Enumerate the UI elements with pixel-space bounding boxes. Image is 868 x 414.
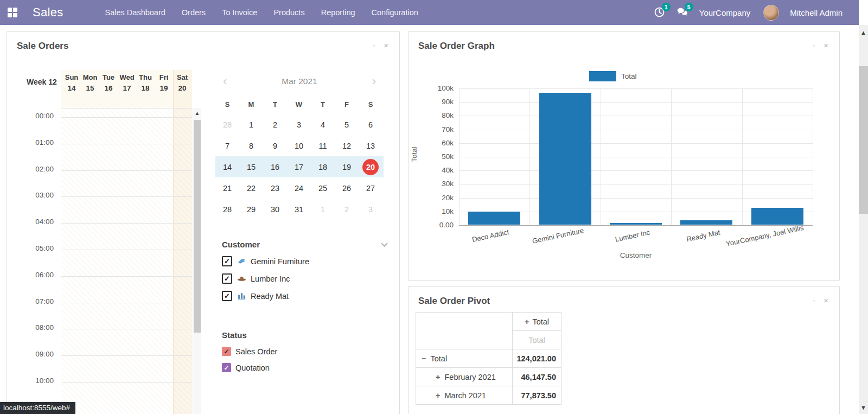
- minimize-icon[interactable]: -: [813, 297, 815, 304]
- nav-menu-item[interactable]: Orders: [174, 0, 214, 25]
- calendar-day-cell[interactable]: 6: [359, 120, 382, 129]
- pivot-row-header[interactable]: +February 2021: [416, 368, 513, 386]
- week-day-header[interactable]: Tue16: [99, 73, 118, 92]
- close-icon[interactable]: ×: [824, 297, 828, 304]
- apps-grid-icon[interactable]: [8, 8, 17, 17]
- calendar-day-cell[interactable]: 17: [287, 163, 311, 171]
- week-day-header[interactable]: Wed17: [118, 73, 136, 92]
- calendar-day-cell[interactable]: 9: [263, 142, 287, 150]
- customer-filter-item[interactable]: Ready Mat: [222, 291, 390, 301]
- calendar-day-cell[interactable]: 28: [215, 205, 239, 214]
- calendar-day-cell[interactable]: 22: [239, 184, 263, 193]
- week-time-grid[interactable]: [61, 108, 192, 414]
- calendar-day-cell[interactable]: 12: [335, 142, 359, 150]
- calendar-day-cell[interactable]: 20: [359, 159, 382, 175]
- week-day-header[interactable]: Thu18: [136, 73, 155, 92]
- calendar-day-cell[interactable]: 29: [239, 205, 263, 214]
- scroll-up-icon[interactable]: ▲: [193, 110, 201, 116]
- calendar-day-cell[interactable]: 2: [335, 205, 359, 214]
- chart-bar[interactable]: [539, 93, 591, 225]
- calendar-day-cell[interactable]: 24: [287, 184, 311, 193]
- nav-menu-item[interactable]: Products: [265, 0, 312, 25]
- calendar-prev-icon[interactable]: ‹: [223, 76, 227, 87]
- calendar-day-cell[interactable]: 31: [287, 205, 311, 214]
- calendar-day-cell[interactable]: 28: [215, 120, 239, 129]
- calendar-dow-cell: T: [263, 100, 287, 109]
- pivot-column-header[interactable]: +Total: [513, 313, 561, 331]
- expand-plus-icon[interactable]: +: [436, 391, 440, 400]
- page-scrollbar-thumb[interactable]: [859, 66, 868, 214]
- calendar-day-cell[interactable]: 5: [335, 120, 359, 129]
- calendar-day-cell[interactable]: 30: [263, 205, 287, 214]
- pivot-row-header[interactable]: −Total: [416, 349, 513, 368]
- calendar-day-cell[interactable]: 18: [311, 163, 335, 171]
- week-view-scrollbar[interactable]: ▲: [193, 108, 201, 414]
- calendar-day-cell[interactable]: 23: [263, 184, 287, 193]
- expand-plus-icon[interactable]: +: [525, 317, 529, 326]
- chart-bar[interactable]: [680, 220, 732, 225]
- week-day-header[interactable]: Sun14: [62, 73, 81, 92]
- calendar-day-cell[interactable]: 15: [239, 163, 263, 171]
- checkbox-checked[interactable]: [222, 363, 231, 372]
- calendar-day-cell[interactable]: 21: [215, 184, 239, 193]
- calendar-day-cell[interactable]: 8: [239, 142, 263, 150]
- calendar-next-icon[interactable]: ›: [372, 76, 376, 87]
- nav-menu-item[interactable]: Sales Dashboard: [97, 0, 174, 25]
- scrollbar-thumb[interactable]: [194, 120, 201, 333]
- close-icon[interactable]: ×: [384, 42, 388, 49]
- calendar-day-cell[interactable]: 3: [287, 120, 311, 129]
- customer-filter-item[interactable]: Lumber Inc: [222, 273, 390, 284]
- calendar-day-cell[interactable]: 27: [359, 184, 382, 193]
- user-avatar[interactable]: [763, 5, 779, 21]
- calendar-day-cell[interactable]: 19: [335, 163, 359, 171]
- close-icon[interactable]: ×: [824, 42, 828, 49]
- checkbox-checked[interactable]: [222, 273, 232, 284]
- collapse-minus-icon[interactable]: −: [422, 354, 426, 363]
- status-filter-item[interactable]: Quotation: [222, 363, 390, 372]
- calendar-day-cell[interactable]: 16: [263, 163, 287, 171]
- nav-menu-item[interactable]: Reporting: [313, 0, 363, 25]
- app-brand[interactable]: Sales: [33, 5, 63, 20]
- calendar-day-cell[interactable]: 1: [239, 120, 263, 129]
- checkbox-checked[interactable]: [222, 347, 231, 356]
- chevron-down-icon[interactable]: [381, 240, 388, 249]
- calendar-day-cell[interactable]: 2: [263, 120, 287, 129]
- calendar-day-cell[interactable]: 26: [335, 184, 359, 193]
- checkbox-checked[interactable]: [222, 256, 232, 266]
- expand-plus-icon[interactable]: +: [436, 373, 440, 381]
- nav-menu-item[interactable]: To Invoice: [214, 0, 265, 25]
- status-filter-item[interactable]: Sales Order: [222, 347, 390, 356]
- scroll-down-icon[interactable]: ▼: [859, 404, 868, 411]
- calendar-day-cell[interactable]: 1: [311, 205, 335, 214]
- calendar-day-cell[interactable]: 4: [311, 120, 335, 129]
- week-day-header[interactable]: Sat20: [173, 73, 192, 92]
- calendar-day-cell[interactable]: 10: [287, 142, 311, 150]
- chart-legend[interactable]: Total: [589, 71, 637, 81]
- week-day-header[interactable]: Mon15: [81, 73, 99, 92]
- week-day-header[interactable]: Fri19: [155, 73, 173, 92]
- calendar-day-cell[interactable]: 7: [215, 142, 239, 150]
- time-label: 07:00: [22, 297, 54, 305]
- chart-bar[interactable]: [468, 212, 520, 225]
- calendar-day-cell[interactable]: 13: [359, 142, 382, 150]
- messages-icon[interactable]: 5: [676, 7, 688, 18]
- scroll-up-icon[interactable]: ▲: [859, 29, 868, 36]
- calendar-week-row: 21222324252627: [215, 177, 384, 199]
- chart-bar[interactable]: [751, 208, 803, 225]
- minimize-icon[interactable]: -: [373, 42, 375, 49]
- user-menu[interactable]: Mitchell Admin: [790, 8, 843, 17]
- pivot-row-header[interactable]: +March 2021: [416, 386, 513, 405]
- nav-menu-item[interactable]: Configuration: [363, 0, 426, 25]
- customer-filter-item[interactable]: Gemini Furniture: [222, 256, 390, 266]
- page-scrollbar[interactable]: ▲ ▼: [859, 25, 868, 414]
- checkbox-checked[interactable]: [222, 291, 232, 301]
- calendar-day-cell[interactable]: 25: [311, 184, 335, 193]
- pivot-measure-header[interactable]: Total: [513, 331, 561, 349]
- minimize-icon[interactable]: -: [813, 42, 815, 49]
- calendar-day-cell[interactable]: 14: [215, 163, 239, 171]
- calendar-day-cell[interactable]: 3: [359, 205, 382, 214]
- chart-bar[interactable]: [610, 223, 662, 225]
- calendar-day-cell[interactable]: 11: [311, 142, 335, 150]
- company-menu[interactable]: YourCompany: [699, 8, 751, 17]
- activity-clock-icon[interactable]: 1: [654, 7, 666, 18]
